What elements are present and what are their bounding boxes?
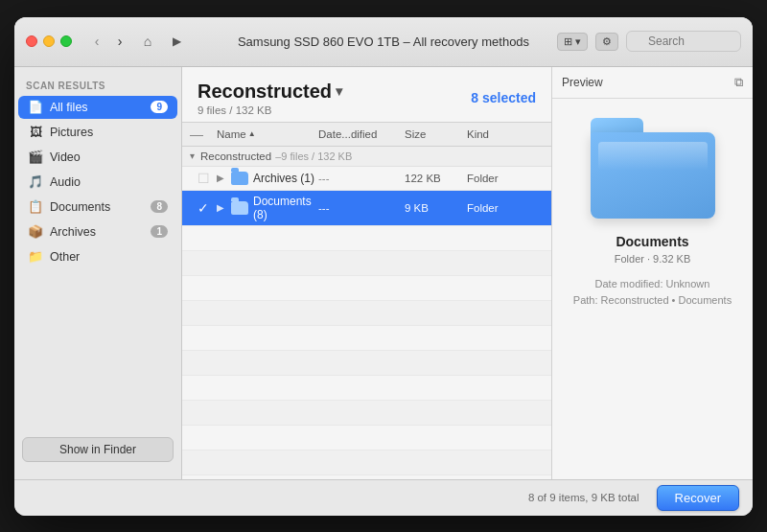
empty-row [182, 301, 551, 326]
date-modified-label: Date modified: [595, 278, 663, 289]
col-size[interactable]: Size [405, 128, 467, 140]
sidebar: Scan results 📄 All files 9 🖼 Pictures 🎬 … [14, 67, 182, 479]
sidebar-item-pictures[interactable]: 🖼 Pictures [18, 121, 177, 144]
table-row[interactable]: ☐ ▶ Archives (1) --- 122 KB Folder [182, 167, 551, 191]
empty-row [182, 251, 551, 276]
empty-row [182, 326, 551, 351]
titlebar: ‹ › ⌂ ▶ Samsung SSD 860 EVO 1TB – All re… [14, 17, 753, 67]
view-toggle-button[interactable]: ⊞ ▾ [557, 33, 588, 51]
group-file-count: 9 files / 132 KB [281, 150, 352, 162]
search-input[interactable] [626, 31, 741, 52]
preview-folder-name: Documents [616, 234, 688, 249]
sidebar-label-archives: Archives [50, 225, 144, 239]
sidebar-item-other[interactable]: 📁 Other [18, 245, 177, 268]
sidebar-item-all-files[interactable]: 📄 All files 9 [18, 96, 177, 119]
row-checkbox-archives[interactable]: ☐ [190, 171, 217, 186]
preview-content: Documents Folder · 9.32 KB Date modified… [552, 99, 753, 479]
show-in-finder-button[interactable]: Show in Finder [22, 437, 174, 462]
traffic-lights [26, 35, 72, 47]
preview-pane: Preview ⧉ Documents Folder · 9.32 KB Dat… [551, 67, 753, 479]
sidebar-label-audio: Audio [50, 175, 168, 189]
copy-button[interactable]: ⧉ [734, 75, 743, 90]
row-checkbox-documents[interactable]: ✓ [190, 200, 217, 216]
column-headers: — Name ▲ Date...dified Size Kind [182, 122, 551, 147]
footer-status: 8 of 9 items, 9 KB total [28, 492, 639, 503]
col-kind[interactable]: Kind [467, 128, 544, 140]
window-title: Samsung SSD 860 EVO 1TB – All recovery m… [238, 35, 529, 49]
sidebar-item-audio[interactable]: 🎵 Audio [18, 171, 177, 194]
home-button[interactable]: ⌂ [137, 31, 158, 52]
file-date: --- [318, 173, 405, 184]
path-value: Reconstructed • Documents [601, 294, 732, 306]
preview-folder-type: Folder · 9.32 KB [615, 253, 691, 265]
sort-icon: ▲ [248, 129, 256, 138]
file-name: Archives (1) [253, 172, 314, 185]
back-button[interactable]: ‹ [87, 32, 106, 51]
sidebar-badge-documents: 8 [151, 200, 168, 213]
sidebar-item-documents[interactable]: 📋 Documents 8 [18, 196, 177, 219]
expand-icon[interactable]: ▶ [217, 173, 224, 183]
file-header-left: Reconstructed ▾ 9 files / 132 KB [198, 81, 342, 116]
date-modified-value: Unknown [666, 278, 710, 289]
sidebar-item-archives[interactable]: 📦 Archives 1 [18, 220, 177, 243]
toolbar-right: ⊞ ▾ ⚙ 🔍 [557, 31, 741, 52]
preview-header: Preview ⧉ [552, 67, 753, 99]
table-row[interactable]: ✓ ▶ Documents (8) --- 9 KB Folder [182, 191, 551, 226]
sidebar-label-all-files: All files [50, 101, 144, 114]
file-list: ▾ Reconstructed – 9 files / 132 KB ☐ ▶ A… [182, 147, 551, 479]
expand-icon[interactable]: ▶ [217, 202, 224, 213]
file-name: Documents (8) [253, 195, 318, 221]
file-name-cell: ▶ Archives (1) [217, 172, 318, 185]
group-row: ▾ Reconstructed – 9 files / 132 KB [182, 147, 551, 167]
documents-icon: 📋 [28, 199, 43, 215]
minimize-button[interactable] [43, 35, 55, 47]
maximize-button[interactable] [60, 35, 72, 47]
empty-row [182, 351, 551, 376]
file-subtitle: 9 files / 132 KB [198, 104, 342, 116]
file-size: 9 KB [405, 202, 467, 214]
folder-icon [231, 201, 248, 215]
sidebar-label-documents: Documents [50, 200, 144, 214]
empty-row [182, 376, 551, 401]
all-files-icon: 📄 [28, 100, 43, 115]
play-button[interactable]: ▶ [166, 31, 187, 52]
chevron-down-icon: ▾ [336, 83, 342, 99]
file-title-text: Reconstructed [198, 81, 332, 103]
folder-preview-icon [591, 118, 715, 219]
other-icon: 📁 [28, 249, 43, 265]
options-button[interactable]: ⚙ [595, 33, 618, 51]
sidebar-item-video[interactable]: 🎬 Video [18, 146, 177, 169]
sidebar-label-pictures: Pictures [50, 126, 168, 139]
forward-button[interactable]: › [110, 32, 129, 51]
close-button[interactable] [26, 35, 37, 47]
sidebar-label-video: Video [50, 150, 168, 164]
file-size: 122 KB [405, 173, 467, 184]
empty-row [182, 426, 551, 451]
col-name[interactable]: Name ▲ [217, 128, 318, 140]
file-date: --- [318, 202, 405, 214]
folder-icon [231, 172, 248, 185]
archives-icon: 📦 [28, 224, 43, 240]
folder-shine [598, 142, 708, 171]
file-kind: Folder [467, 202, 544, 214]
sidebar-badge-archives: 1 [151, 225, 168, 238]
empty-row [182, 451, 551, 475]
file-name-cell: ▶ Documents (8) [217, 195, 318, 221]
video-icon: 🎬 [28, 150, 43, 165]
selected-count: 8 selected [471, 90, 536, 105]
sidebar-label-other: Other [50, 250, 168, 264]
path-label: Path: [573, 294, 598, 306]
col-check: — [190, 127, 217, 142]
group-label: Reconstructed [200, 150, 271, 162]
content-area: Scan results 📄 All files 9 🖼 Pictures 🎬 … [14, 67, 753, 479]
sidebar-section-label: Scan results [14, 77, 181, 95]
col-date[interactable]: Date...dified [318, 128, 405, 140]
main-window: ‹ › ⌂ ▶ Samsung SSD 860 EVO 1TB – All re… [14, 17, 753, 516]
nav-buttons: ‹ › [87, 32, 129, 51]
folder-body [591, 132, 715, 219]
empty-row [182, 226, 551, 251]
preview-header-label: Preview [562, 76, 603, 89]
file-kind: Folder [467, 173, 544, 184]
recover-button[interactable]: Recover [657, 485, 739, 511]
file-pane: Reconstructed ▾ 9 files / 132 KB 8 selec… [182, 67, 551, 479]
